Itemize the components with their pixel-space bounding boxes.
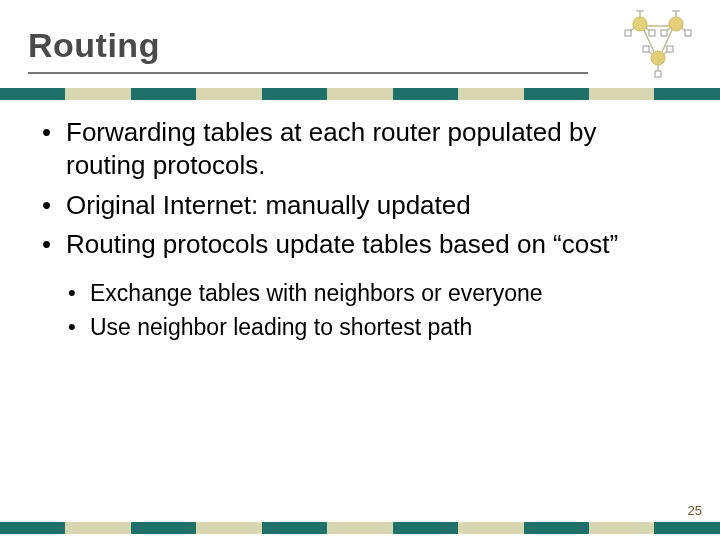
stripe-seg (196, 522, 261, 534)
stripe-seg (327, 88, 392, 100)
stripe-seg (654, 522, 719, 534)
stripe-seg (654, 88, 719, 100)
bullet-item: Forwarding tables at each router populat… (40, 116, 660, 183)
sub-bullet-item: Exchange tables with neighbors or everyo… (66, 279, 660, 308)
stripe-seg (589, 88, 654, 100)
decorative-stripe-top (0, 88, 720, 100)
stripe-seg (393, 88, 458, 100)
stripe-seg (524, 88, 589, 100)
svg-rect-6 (625, 30, 631, 36)
stripe-seg (589, 522, 654, 534)
bullet-list: Forwarding tables at each router populat… (40, 116, 660, 261)
svg-rect-13 (661, 30, 667, 36)
slide: Routing (0, 0, 720, 540)
bullet-item: Routing protocols update tables based on… (40, 228, 660, 261)
title-area: Routing (28, 26, 600, 65)
stripe-seg (131, 88, 196, 100)
stripe-seg (0, 88, 65, 100)
stripe-seg (262, 522, 327, 534)
svg-rect-20 (643, 46, 649, 52)
sub-bullet-list: Exchange tables with neighbors or everyo… (66, 279, 660, 342)
svg-rect-4 (649, 30, 655, 36)
title-underline (28, 72, 588, 74)
svg-point-7 (669, 17, 683, 31)
page-number: 25 (688, 503, 702, 518)
svg-rect-2 (637, 10, 643, 11)
slide-title: Routing (28, 26, 600, 65)
stripe-seg (458, 88, 523, 100)
stripe-seg (524, 522, 589, 534)
stripe-seg (327, 522, 392, 534)
stripe-seg (262, 88, 327, 100)
stripe-seg (65, 522, 130, 534)
svg-rect-9 (673, 10, 679, 11)
stripe-seg (458, 522, 523, 534)
svg-rect-16 (655, 71, 661, 77)
stripe-seg (196, 88, 261, 100)
stripe-seg (131, 522, 196, 534)
stripe-seg (0, 522, 65, 534)
slide-body: Forwarding tables at each router populat… (40, 116, 660, 346)
stripe-seg (65, 88, 130, 100)
svg-point-0 (633, 17, 647, 31)
svg-point-14 (651, 51, 665, 65)
bullet-item: Original Internet: manually updated (40, 189, 660, 222)
svg-rect-11 (685, 30, 691, 36)
network-logo (620, 10, 698, 80)
svg-rect-18 (667, 46, 673, 52)
sub-bullet-item: Use neighbor leading to shortest path (66, 313, 660, 342)
decorative-stripe-bottom (0, 522, 720, 534)
stripe-seg (393, 522, 458, 534)
network-ring-icon (620, 10, 698, 80)
